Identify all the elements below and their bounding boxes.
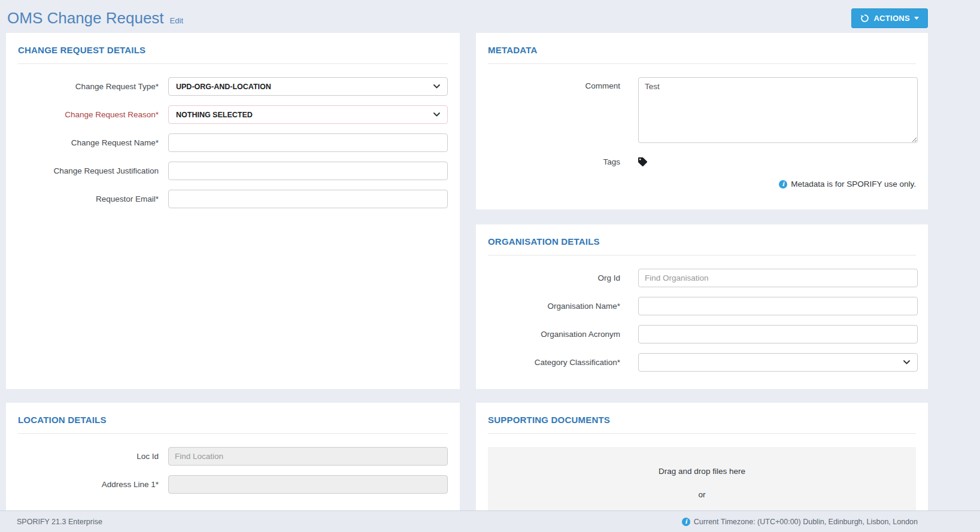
change-request-reason-value: NOTHING SELECTED (176, 111, 253, 119)
tags-row: Tags (488, 157, 916, 166)
page-title: OMS Change Request (7, 9, 164, 28)
category-classification-row: Category Classification* (488, 353, 916, 372)
organisation-name-row: Organisation Name* (488, 297, 916, 315)
org-id-row: Org Id (488, 269, 916, 287)
change-request-reason-label: Change Request Reason* (18, 110, 168, 119)
organisation-details-heading: ORGANISATION DETAILS (488, 236, 916, 256)
requestor-email-row: Requestor Email* (18, 190, 448, 208)
change-request-justification-row: Change Request Justification (18, 162, 448, 180)
loc-id-label: Loc Id (18, 452, 168, 461)
dropzone-or-text: or (488, 490, 916, 499)
info-icon: i (682, 518, 690, 526)
loc-id-row: Loc Id (18, 447, 448, 466)
page-header: OMS Change Request Edit ACTIONS (0, 0, 980, 33)
left-column: CHANGE REQUEST DETAILS Change Request Ty… (6, 33, 460, 532)
location-details-heading: LOCATION DETAILS (18, 415, 448, 434)
footer-app-version: SPORIFY 21.3 Enterprise (17, 518, 102, 526)
category-classification-label: Category Classification* (488, 358, 638, 367)
main-content: CHANGE REQUEST DETAILS Change Request Ty… (0, 33, 980, 532)
chevron-down-icon (433, 113, 440, 117)
org-id-label: Org Id (488, 273, 638, 282)
address-line-1-input[interactable] (168, 475, 448, 494)
change-request-reason-select[interactable]: NOTHING SELECTED (168, 105, 448, 124)
category-classification-select[interactable] (638, 353, 918, 372)
chevron-down-icon (903, 360, 910, 364)
actions-button[interactable]: ACTIONS (851, 8, 928, 28)
tags-label: Tags (488, 157, 638, 166)
right-column: METADATA Comment Test Tags i Metadata is… (476, 33, 928, 532)
organisation-name-input[interactable] (638, 297, 918, 315)
page-title-wrap: OMS Change Request Edit (7, 9, 183, 28)
loc-id-input[interactable] (168, 447, 448, 466)
change-request-justification-input[interactable] (168, 162, 448, 180)
organisation-name-label: Organisation Name* (488, 302, 638, 311)
organisation-acronym-label: Organisation Acronym (488, 330, 638, 339)
caret-down-icon (914, 17, 919, 20)
change-request-details-panel: CHANGE REQUEST DETAILS Change Request Ty… (6, 33, 460, 389)
history-icon (860, 14, 869, 23)
change-request-name-row: Change Request Name* (18, 133, 448, 152)
change-request-type-value: UPD-ORG-AND-LOCATION (176, 83, 271, 91)
organisation-acronym-row: Organisation Acronym (488, 325, 916, 343)
requestor-email-label: Requestor Email* (18, 194, 168, 203)
change-request-type-select[interactable]: UPD-ORG-AND-LOCATION (168, 77, 448, 96)
footer-timezone-wrap: i Current Timezone: (UTC+00:00) Dublin, … (682, 518, 918, 526)
page-mode-label: Edit (170, 16, 183, 25)
address-line-1-row: Address Line 1* (18, 475, 448, 494)
org-id-input[interactable] (638, 269, 918, 287)
comment-row: Comment Test (488, 77, 916, 145)
metadata-note: i Metadata is for SPORIFY use only. (488, 180, 916, 189)
requestor-email-input[interactable] (168, 190, 448, 208)
supporting-documents-heading: SUPPORTING DOCUMENTS (488, 415, 916, 434)
change-request-justification-label: Change Request Justification (18, 166, 168, 175)
change-request-name-label: Change Request Name* (18, 138, 168, 147)
organisation-details-panel: ORGANISATION DETAILS Org Id Organisation… (476, 224, 928, 389)
metadata-note-text: Metadata is for SPORIFY use only. (791, 180, 916, 189)
change-request-name-input[interactable] (168, 133, 448, 152)
dropzone-text: Drag and drop files here (488, 467, 916, 476)
metadata-heading: METADATA (488, 45, 916, 64)
change-request-reason-row: Change Request Reason* NOTHING SELECTED (18, 105, 448, 124)
metadata-panel: METADATA Comment Test Tags i Metadata is… (476, 33, 928, 209)
actions-button-label: ACTIONS (873, 14, 910, 23)
change-request-type-label: Change Request Type* (18, 82, 168, 91)
organisation-acronym-input[interactable] (638, 325, 918, 343)
page-footer: SPORIFY 21.3 Enterprise i Current Timezo… (0, 510, 980, 532)
change-request-type-row: Change Request Type* UPD-ORG-AND-LOCATIO… (18, 77, 448, 96)
comment-label: Comment (488, 77, 638, 90)
chevron-down-icon (433, 84, 440, 89)
info-icon: i (779, 180, 787, 189)
change-request-details-heading: CHANGE REQUEST DETAILS (18, 45, 448, 64)
address-line-1-label: Address Line 1* (18, 480, 168, 489)
comment-textarea[interactable]: Test (638, 77, 918, 143)
tag-icon[interactable] (638, 157, 918, 166)
footer-timezone-text: Current Timezone: (UTC+00:00) Dublin, Ed… (694, 518, 918, 526)
